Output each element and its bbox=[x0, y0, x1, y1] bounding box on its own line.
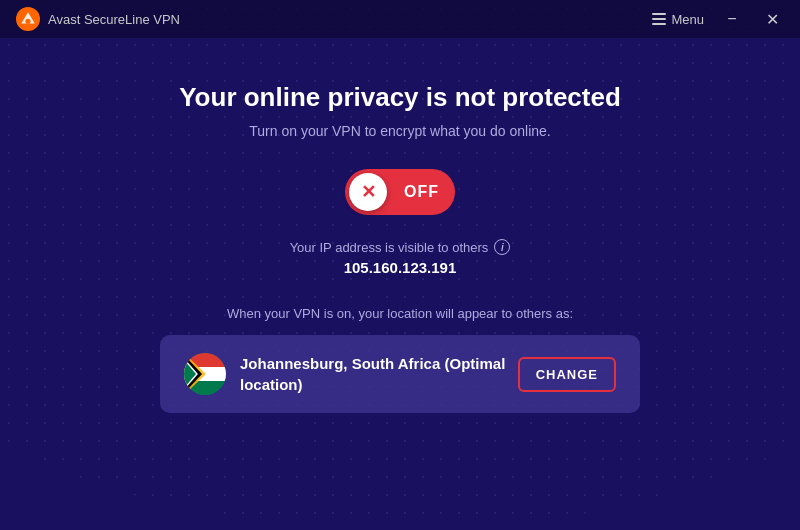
location-hint: When your VPN is on, your location will … bbox=[150, 306, 650, 321]
info-icon[interactable]: i bbox=[494, 239, 510, 255]
vpn-toggle-wrapper: ✕ OFF bbox=[345, 169, 455, 215]
app-title: Avast SecureLine VPN bbox=[48, 12, 180, 27]
close-button[interactable]: ✕ bbox=[760, 7, 784, 31]
ip-visible-row: Your IP address is visible to others i bbox=[290, 239, 511, 255]
sa-flag-icon bbox=[184, 353, 226, 395]
vpn-toggle[interactable]: ✕ OFF bbox=[345, 169, 455, 215]
main-content: Your online privacy is not protected Tur… bbox=[0, 38, 800, 413]
hamburger-icon bbox=[652, 13, 666, 25]
location-left: Johannesburg, South Africa (Optimal loca… bbox=[184, 353, 518, 395]
titlebar-controls: Menu − ✕ bbox=[652, 7, 784, 31]
svg-point-12 bbox=[184, 353, 226, 395]
toggle-x-icon: ✕ bbox=[361, 183, 376, 201]
location-name: Johannesburg, South Africa (Optimal loca… bbox=[240, 353, 518, 395]
menu-button[interactable]: Menu bbox=[652, 12, 704, 27]
titlebar: Avast SecureLine VPN Menu − ✕ bbox=[0, 0, 800, 38]
menu-label: Menu bbox=[671, 12, 704, 27]
titlebar-left: Avast SecureLine VPN bbox=[16, 7, 180, 31]
toggle-thumb: ✕ bbox=[349, 173, 387, 211]
ip-address: 105.160.123.191 bbox=[290, 259, 511, 276]
minimize-button[interactable]: − bbox=[720, 7, 744, 31]
svg-point-1 bbox=[25, 19, 30, 24]
location-section: When your VPN is on, your location will … bbox=[150, 306, 650, 413]
location-card: Johannesburg, South Africa (Optimal loca… bbox=[160, 335, 640, 413]
ip-section: Your IP address is visible to others i 1… bbox=[290, 239, 511, 276]
change-location-button[interactable]: CHANGE bbox=[518, 357, 616, 392]
main-subheadline: Turn on your VPN to encrypt what you do … bbox=[249, 123, 550, 139]
ip-visible-text: Your IP address is visible to others bbox=[290, 240, 489, 255]
main-headline: Your online privacy is not protected bbox=[179, 82, 621, 113]
avast-logo-icon bbox=[16, 7, 40, 31]
toggle-state-label: OFF bbox=[404, 183, 439, 201]
